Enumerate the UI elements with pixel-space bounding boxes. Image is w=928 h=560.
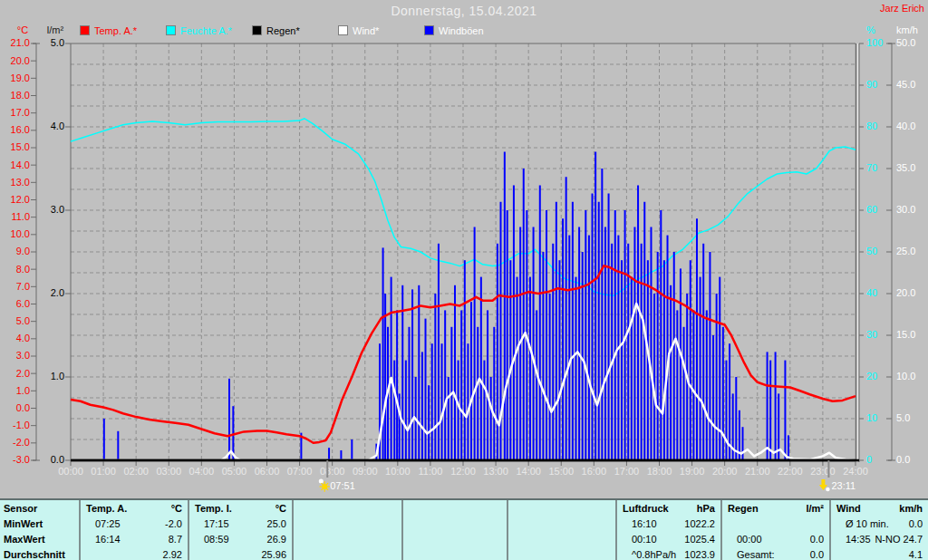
x-axis-label: 02:00 [123,466,149,477]
humidity-tick-label: 60 [866,204,877,215]
x-axis-label: 08:00 [320,466,345,477]
table-cell-tempi-hdr: Temp. I.°C [188,500,292,516]
cell-value: N-NO 24.7 [875,534,923,545]
wind-tick-label: 20.0 [896,287,915,298]
x-axis-label: 03:00 [156,466,181,477]
table-row-label: Durchschnitt [0,546,79,560]
temp-tick-label: 18.0 [11,90,30,101]
legend-item-wind: Wind* [338,24,379,36]
humidity-tick-label: 80 [866,121,877,131]
table-cell-tempi-max: 08:5926.9 [188,531,292,546]
cell-value: 1022.2 [684,518,715,529]
x-axis-label: 22:00 [778,466,803,477]
x-axis-label: 07:00 [287,466,313,477]
wind-tick-label: 45.0 [896,79,915,90]
cell-value: 0.0 [909,518,923,529]
table-cell-regen-max: 00:000.0 [720,531,829,546]
temp-tick-label: 13.0 [11,177,30,188]
sunrise-icon-ray [326,483,328,485]
table-cell-empty-max [401,531,507,546]
sun-marker-time: 07:51 [330,480,355,491]
humidity-tick-label: 0 [866,454,872,465]
wind-tick-label: 30.0 [896,204,915,215]
x-axis-label: 17:00 [614,466,640,477]
cell-time: 16:14 [86,534,121,545]
cell-value: hPa [697,503,715,514]
cell-value: 0.0 [810,549,824,560]
x-axis-label: 04:00 [189,466,215,477]
wind-tick-label: 35.0 [896,162,915,173]
temp-tick-label: 8.0 [16,264,30,275]
table-row-label: MaxWert [0,531,79,546]
table-row-label: MinWert [0,516,79,531]
cell-time: 07:25 [86,518,121,529]
legend-swatch-icon [338,25,348,35]
legend-item-feuchtea: Feuchte A.* [166,24,232,36]
sensor-summary-table: SensorTemp. A.°CTemp. I.°CLuftdruckhPaRe… [0,498,928,560]
table-cell-tempa-min: 07:25-2.0 [79,516,188,531]
x-axis-label: 14:00 [516,466,541,477]
cell-value: 1025.4 [684,534,715,545]
sun-marker-time: 23:11 [831,480,856,491]
sunrise-icon-ray [326,488,328,490]
cell-value: °C [171,503,182,514]
x-axis-label: 21:00 [745,466,770,477]
humidity-tick-label: 30 [866,329,877,340]
wind-tick-label: 50.0 [896,37,915,48]
legend-label: Wind* [353,25,379,36]
cell-time: Temp. I. [195,503,232,514]
sunrise-icon-ray [321,488,323,490]
weather-app-window: { "header": { "title": "Donnerstag, 15.0… [0,0,928,560]
cell-time: 00:10 [623,534,657,545]
temp-tick-label: 2.0 [16,368,30,379]
x-axis-label: 12:00 [450,466,476,477]
legend-swatch-icon [80,25,90,35]
cell-value: 25.96 [261,549,286,560]
wind-tick-label: 15.0 [896,329,915,340]
x-axis-label: 01:00 [91,466,116,477]
cell-time: Luftdruck [623,503,669,514]
temp-tick-label: 11.0 [11,211,30,222]
chart-title: Donnerstag, 15.04.2021 [0,4,928,18]
table-cell-tempi-avg: 25.96 [188,546,292,560]
rain-tick-label: 5.0 [51,37,64,48]
cell-value: 0.0 [810,534,824,545]
temp-tick-label: 6.0 [16,298,30,309]
table-cell-luftdruck-hdr: LuftdruckhPa [615,500,720,516]
temp-tick-label: 3.0 [16,350,30,361]
temp-tick-label: -1.0 [13,420,30,430]
legend-item-tempa: Temp. A.* [80,24,137,36]
cell-value: 8.7 [169,534,182,545]
cell-time: Regen [728,503,759,514]
wind-tick-label: 10.0 [896,371,915,381]
cell-value: 25.0 [267,518,286,529]
cell-time: Wind [836,503,861,514]
table-cell-regen-avg: Gesamt:0.0 [720,546,829,560]
cell-value: km/h [899,503,923,514]
table-cell-empty-min [507,516,615,531]
x-axis-label: 09:00 [353,466,378,477]
temp-tick-label: 19.0 [11,72,30,83]
cell-value: °C [276,503,286,514]
table-cell-tempa-avg: 2.92 [79,546,188,560]
sunrise-icon-ray [321,483,323,485]
cell-time: ^0.8hPa/h [623,549,676,560]
x-axis-label: 10:00 [385,466,411,477]
table-cell-empty-avg [507,546,615,560]
humidity-tick-label: 90 [866,79,877,90]
x-axis-label: 16:00 [582,466,607,477]
table-cell-empty-hdr [401,500,507,516]
table-cell-empty-avg [401,546,507,560]
table-cell-wind-hdr: Windkm/h [829,500,928,516]
x-axis-label: 00:00 [58,466,83,477]
x-axis-label: 06:00 [255,466,280,477]
legend-label: Feuchte A.* [180,25,232,36]
temp-tick-label: 10.0 [11,228,30,239]
rain-tick-label: 4.0 [51,121,64,131]
table-cell-wind-min: Ø 10 min.0.0 [829,516,928,531]
humidity-tick-label: 20 [866,371,877,381]
x-axis-label: 19:00 [680,466,705,477]
rain-tick-label: 1.0 [51,371,64,381]
wind-tick-label: 25.0 [896,246,915,256]
table-cell-luftdruck-min: 16:101022.2 [615,516,720,531]
